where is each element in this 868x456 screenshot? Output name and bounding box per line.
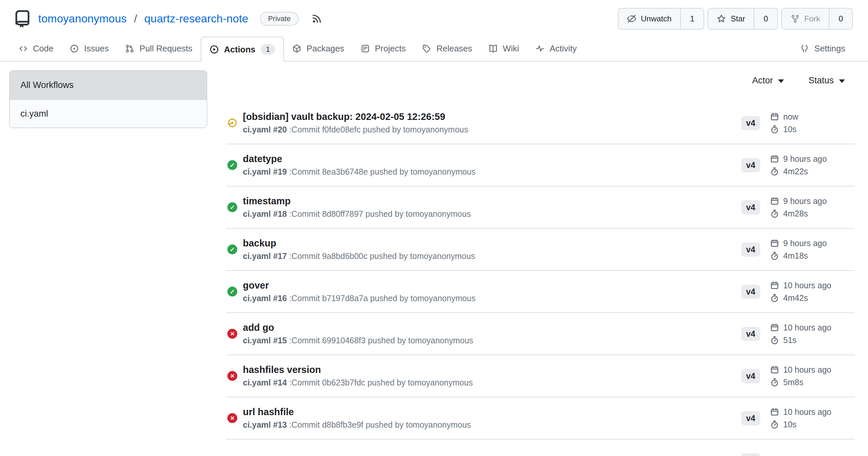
sidebar-item-ci-yaml[interactable]: ci.yaml [10, 99, 207, 128]
tab-code[interactable]: Code [10, 36, 62, 61]
calendar-icon [770, 112, 779, 121]
run-title-link[interactable]: add cache again [243, 455, 317, 456]
runner-version-badge: v4 [741, 369, 760, 383]
calendar-icon [770, 323, 779, 332]
pulse-icon [535, 44, 545, 53]
stopwatch-icon [770, 209, 779, 218]
run-workflow-number: ci.yaml #15 [243, 336, 287, 345]
run-meta: v410 hours ago4m42s [741, 281, 855, 303]
fork-count[interactable]: 0 [829, 8, 852, 29]
run-subtitle: ci.yaml #13 :Commit d8b8fb3e9f pushed by… [243, 420, 471, 430]
run-text: backupci.yaml #17 :Commit 9a8bd6b00c pus… [243, 238, 475, 261]
project-icon [361, 44, 370, 53]
tab-pull-requests-label: Pull Requests [140, 43, 192, 54]
workflow-run-row: hashfiles versionci.yaml #14 :Commit 0b6… [226, 355, 855, 397]
run-subtitle: ci.yaml #19 :Commit 8ea3b6748e pushed by… [243, 167, 475, 176]
run-subtitle: ci.yaml #17 :Commit 9a8bd6b00c pushed by… [243, 251, 475, 261]
unwatch-count[interactable]: 1 [680, 8, 704, 29]
tab-settings[interactable]: Settings [792, 36, 854, 61]
repo-name-link[interactable]: quartz-research-note [144, 12, 248, 25]
tab-actions-label: Actions [224, 44, 255, 55]
tab-activity[interactable]: Activity [527, 36, 585, 61]
run-title-link[interactable]: [obsidian] vault backup: 2024-02-05 12:2… [243, 111, 468, 122]
stopwatch-icon [770, 251, 779, 260]
repo-owner-link[interactable]: tomoyanonymous [38, 12, 127, 25]
runner-version-badge: v4 [741, 200, 760, 215]
tab-releases[interactable]: Releases [414, 36, 480, 61]
tab-projects[interactable]: Projects [352, 36, 414, 61]
issue-icon [70, 44, 79, 53]
visibility-badge: Private [260, 12, 298, 26]
run-subtitle: ci.yaml #16 :Commit b7197d8a7a pushed by… [243, 294, 475, 303]
stopwatch-icon [770, 167, 779, 176]
runner-version-badge: v4 [741, 285, 760, 299]
fork-button[interactable]: Fork0 [781, 8, 853, 30]
run-started-time: 10 hours ago [770, 281, 831, 290]
run-commit-text: :Commit d8b8fb3e9f pushed by tomoyanonym… [289, 420, 471, 429]
repo-tab-bar: CodeIssuesPull RequestsActions1PackagesP… [0, 36, 868, 62]
run-title-link[interactable]: timestamp [243, 196, 471, 206]
run-status-failure-icon [227, 413, 237, 423]
eye-closed-icon [627, 14, 636, 23]
run-status-success-icon [227, 160, 237, 170]
package-icon [292, 44, 301, 53]
run-workflow-number: ci.yaml #19 [243, 167, 287, 176]
run-started-time: now [770, 112, 799, 122]
run-started-time: 10 hours ago [770, 323, 831, 332]
run-commit-text: :Commit 0b623b7fdc pushed by tomoyanonym… [289, 378, 472, 387]
run-status-failure-icon [227, 329, 237, 339]
run-meta: v49 hours ago4m18s [741, 238, 855, 261]
run-title-link[interactable]: hashfiles version [243, 364, 473, 375]
runner-version-badge: v4 [741, 158, 760, 172]
run-started-time: 9 hours ago [770, 238, 827, 248]
run-text: hashfiles versionci.yaml #14 :Commit 0b6… [243, 364, 473, 388]
repo-book-icon [14, 9, 31, 28]
run-meta: v410 hours ago [741, 453, 855, 456]
actions-content: All Workflowsci.yaml Actor Status [obsid… [0, 62, 868, 456]
actor-filter-dropdown[interactable]: Actor [752, 75, 784, 86]
sidebar-item-all-workflows[interactable]: All Workflows [10, 71, 207, 99]
stopwatch-icon [770, 125, 779, 134]
tab-settings-label: Settings [814, 43, 845, 54]
run-title-link[interactable]: add go [243, 322, 473, 333]
run-duration: 5m8s [770, 378, 831, 387]
tab-wiki[interactable]: Wiki [480, 36, 527, 61]
star-count[interactable]: 0 [754, 8, 777, 29]
rss-feed-icon[interactable] [312, 14, 322, 24]
run-title-link[interactable]: gover [243, 280, 475, 291]
run-meta: v410 hours ago10s [741, 407, 855, 429]
runner-version-badge: v4 [741, 327, 760, 341]
run-times: 10 hours ago51s [770, 323, 831, 345]
run-duration: 4m22s [770, 167, 827, 176]
run-text: add cache again [243, 455, 317, 456]
run-status-in_progress-icon [227, 118, 237, 128]
run-title-link[interactable]: backup [243, 238, 475, 249]
tab-issues[interactable]: Issues [62, 36, 117, 61]
sidebar-item-label: ci.yaml [21, 109, 48, 119]
run-times: 10 hours ago5m8s [770, 365, 831, 387]
workflows-sidebar: All Workflowsci.yaml [9, 70, 207, 128]
tab-pull-requests[interactable]: Pull Requests [117, 36, 200, 61]
star-button[interactable]: Star0 [708, 8, 778, 30]
tab-packages[interactable]: Packages [284, 36, 352, 61]
workflow-run-row: [obsidian] vault backup: 2024-02-05 12:2… [226, 102, 855, 144]
actor-filter-label: Actor [752, 75, 773, 86]
status-filter-dropdown[interactable]: Status [808, 75, 845, 86]
run-text: add goci.yaml #15 :Commit 69910468f3 pus… [243, 322, 473, 345]
tab-actions[interactable]: Actions1 [201, 37, 284, 62]
run-title-link[interactable]: datetype [243, 154, 475, 164]
run-meta: v49 hours ago4m28s [741, 196, 855, 219]
run-text: url hashfileci.yaml #13 :Commit d8b8fb3e… [243, 406, 471, 430]
unwatch-button[interactable]: Unwatch1 [618, 8, 705, 30]
run-commit-text: :Commit f0fde08efc pushed by tomoyanonym… [289, 125, 468, 134]
run-text: timestampci.yaml #18 :Commit 8d80ff7897 … [243, 196, 471, 219]
workflow-run-row: datetypeci.yaml #19 :Commit 8ea3b6748e p… [226, 144, 855, 187]
run-workflow-number: ci.yaml #13 [243, 420, 287, 429]
run-title-link[interactable]: url hashfile [243, 406, 471, 418]
run-filters: Actor Status [226, 70, 855, 86]
chevron-down-icon [839, 79, 845, 83]
tab-releases-label: Releases [436, 43, 472, 54]
run-duration: 4m18s [770, 251, 827, 261]
run-text: [obsidian] vault backup: 2024-02-05 12:2… [243, 111, 468, 134]
run-subtitle: ci.yaml #14 :Commit 0b623b7fdc pushed by… [243, 378, 473, 388]
